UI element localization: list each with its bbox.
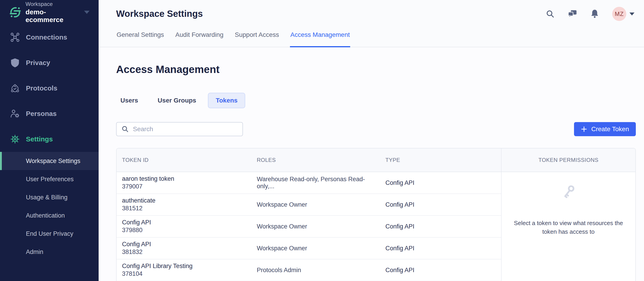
workspace-label: Workspace: [26, 1, 80, 7]
subnav-item-workspace-settings[interactable]: Workspace Settings: [0, 152, 98, 170]
sidebar-item-label: Settings: [26, 135, 53, 143]
account-menu[interactable]: MZ: [612, 7, 634, 21]
token-type: Config API: [380, 267, 501, 274]
token-type: Config API: [380, 245, 501, 252]
tokens-table: TOKEN ID ROLES TYPE TOKEN PERMISSIONS aa…: [116, 148, 636, 281]
subnav-item-label: Admin: [26, 248, 44, 255]
token-id: 378104: [122, 270, 251, 278]
table-row[interactable]: authenticate 381512 Workspace Owner Conf…: [116, 194, 501, 216]
subnav-item-label: Authentication: [26, 212, 65, 219]
workspace-switcher[interactable]: Workspace demo-ecommerce: [0, 0, 98, 25]
chat-icon[interactable]: [568, 9, 577, 19]
token-search: [116, 122, 243, 136]
chevron-down-icon: [630, 13, 634, 16]
topbar-actions: MZ: [546, 0, 634, 28]
token-permissions-panel: Select a token to view what resources th…: [501, 172, 635, 281]
search-icon[interactable]: [546, 10, 554, 18]
connections-icon: [10, 32, 20, 42]
workspace-name: demo-ecommerce: [26, 8, 80, 24]
tab-support-access[interactable]: Support Access: [234, 31, 280, 47]
token-id: 381512: [122, 205, 251, 212]
search-icon: [122, 126, 129, 133]
token-type: Config API: [380, 201, 501, 208]
table-row[interactable]: Config API 379880 Workspace Owner Config…: [116, 216, 501, 237]
permissions-empty-state-text: Select a token to view what resources th…: [510, 219, 628, 236]
subnav-item-user-preferences[interactable]: User Preferences: [0, 170, 98, 188]
token-type: Config API: [380, 223, 501, 230]
protocols-icon: [10, 83, 20, 93]
subnav-item-end-user-privacy[interactable]: End User Privacy: [0, 225, 98, 243]
subnav-item-label: User Preferences: [26, 176, 74, 183]
segment-logo-icon: [9, 6, 21, 19]
bell-icon[interactable]: [590, 9, 599, 19]
sidebar-item-label: Connections: [26, 34, 67, 41]
access-management-tabs: Users User Groups Tokens: [113, 93, 245, 108]
settings-tabs: General Settings Audit Forwarding Suppor…: [116, 31, 350, 47]
token-name: aaron testing token: [122, 175, 251, 183]
column-header-token-id: TOKEN ID: [116, 148, 251, 172]
token-roles: Workspace Owner: [251, 201, 380, 208]
token-permissions-header: TOKEN PERMISSIONS: [501, 148, 635, 172]
create-token-label: Create Token: [591, 126, 629, 133]
page-header-title: Workspace Settings: [116, 9, 203, 19]
sidebar-item-label: Protocols: [26, 84, 57, 92]
table-body: aaron testing token 379007 Warehouse Rea…: [116, 172, 635, 281]
page-title: Access Management: [116, 63, 220, 76]
token-id: 379880: [122, 226, 251, 234]
sidebar-item-label: Personas: [26, 110, 56, 118]
sidebar-item-protocols[interactable]: Protocols: [0, 76, 98, 101]
create-token-button[interactable]: Create Token: [574, 122, 636, 136]
sidebar-item-label: Privacy: [26, 59, 50, 67]
table-header-row: TOKEN ID ROLES TYPE TOKEN PERMISSIONS: [116, 148, 635, 172]
shield-icon: [10, 58, 20, 68]
token-roles: Warehouse Read-only, Personas Read-only,…: [251, 176, 380, 190]
search-input[interactable]: [133, 126, 233, 133]
token-name: Config API: [122, 240, 251, 248]
sidebar-nav: Connections Privacy Protocols: [0, 25, 98, 152]
tab-general-settings[interactable]: General Settings: [116, 31, 164, 47]
subnav-item-usage-billing[interactable]: Usage & Billing: [0, 188, 98, 206]
tab-users[interactable]: Users: [113, 93, 146, 108]
token-id: 379007: [122, 183, 251, 190]
token-rows: aaron testing token 379007 Warehouse Rea…: [116, 172, 501, 281]
column-header-type: TYPE: [380, 148, 501, 172]
token-roles: Workspace Owner: [251, 223, 380, 230]
sidebar-item-personas[interactable]: Personas: [0, 101, 98, 126]
topbar: Workspace Settings General Settings Audi…: [98, 0, 644, 47]
token-type: Config API: [380, 179, 501, 186]
subnav-item-authentication[interactable]: Authentication: [0, 206, 98, 225]
token-id: 381832: [122, 248, 251, 256]
avatar: MZ: [612, 7, 626, 21]
table-row[interactable]: aaron testing token 379007 Warehouse Rea…: [116, 172, 501, 194]
token-name: Config API: [122, 219, 251, 226]
key-icon: [557, 181, 580, 203]
plus-icon: [581, 126, 587, 132]
token-name: authenticate: [122, 197, 251, 205]
sidebar-item-settings[interactable]: Settings: [0, 126, 98, 152]
tab-user-groups[interactable]: User Groups: [150, 93, 204, 108]
personas-icon: [10, 109, 20, 119]
token-name: Config API Library Testing: [122, 262, 251, 270]
table-row[interactable]: Config API 381832 Workspace Owner Config…: [116, 237, 501, 259]
sidebar-item-connections[interactable]: Connections: [0, 25, 98, 50]
tab-tokens[interactable]: Tokens: [208, 93, 245, 108]
tab-access-management[interactable]: Access Management: [290, 31, 350, 47]
subnav-item-label: Workspace Settings: [26, 158, 80, 165]
sidebar: Workspace demo-ecommerce Connections Pri…: [0, 0, 98, 281]
workspace-caret-icon: [84, 11, 90, 14]
token-roles: Workspace Owner: [251, 245, 380, 252]
subnav-item-label: End User Privacy: [26, 230, 74, 237]
main-content: Access Management Users User Groups Toke…: [98, 48, 644, 281]
settings-subnav: Workspace Settings User Preferences Usag…: [0, 152, 98, 261]
sidebar-item-privacy[interactable]: Privacy: [0, 50, 98, 76]
gear-icon: [10, 134, 20, 144]
tab-audit-forwarding[interactable]: Audit Forwarding: [175, 31, 224, 47]
subnav-item-label: Usage & Billing: [26, 194, 68, 201]
table-row[interactable]: Config API Library Testing 378104 Protoc…: [116, 259, 501, 281]
subnav-item-admin[interactable]: Admin: [0, 243, 98, 261]
token-roles: Protocols Admin: [251, 267, 380, 274]
column-header-roles: ROLES: [251, 148, 380, 172]
